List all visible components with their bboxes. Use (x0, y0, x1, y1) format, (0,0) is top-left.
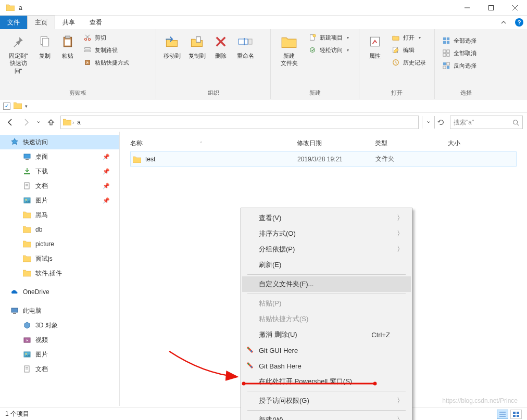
recent-dropdown[interactable] (35, 116, 42, 129)
ribbon-tabs: 文件 主页 共享 查看 ? (0, 16, 527, 29)
back-button[interactable] (4, 116, 17, 129)
pin-quickaccess-button[interactable]: 固定到" 快速访问" (3, 31, 33, 77)
sidebar-onedrive[interactable]: OneDrive (0, 285, 119, 299)
cm-sort[interactable]: 排序方式(O)〉 (242, 226, 411, 241)
up-button[interactable] (45, 116, 57, 129)
forward-button[interactable] (20, 116, 32, 129)
cm-refresh[interactable]: 刷新(E) (242, 257, 411, 273)
easyaccess-button[interactable]: 轻松访问▾ (306, 45, 351, 55)
sidebar-item[interactable]: 文档📌 (0, 179, 119, 193)
sidebar-item[interactable]: 3D 对象 (0, 318, 119, 333)
svg-point-67 (250, 350, 253, 352)
properties-button[interactable]: 属性 (362, 31, 387, 61)
cm-permissions[interactable]: 授予访问权限(G)〉 (242, 393, 411, 409)
cm-group[interactable]: 分组依据(P)〉 (242, 241, 411, 257)
cm-undo[interactable]: 撤消 删除(U)Ctrl+Z (242, 327, 411, 342)
ribbon-toggle[interactable] (496, 16, 511, 29)
tab-view[interactable]: 查看 (82, 16, 109, 29)
svg-rect-21 (248, 39, 252, 44)
address-row: › a 搜索"a" (0, 113, 527, 132)
svg-point-9 (84, 38, 86, 40)
qa-overflow[interactable]: ▾ (25, 104, 28, 109)
sidebar-quickaccess[interactable]: 快速访问 (0, 135, 119, 149)
view-icons[interactable] (510, 410, 522, 419)
pin-icon: 📌 (103, 183, 110, 189)
invert-button[interactable]: 反向选择 (440, 60, 479, 71)
minimize-button[interactable] (455, 0, 479, 16)
sidebar-item[interactable]: 黑马 (0, 208, 119, 222)
tab-share[interactable]: 共享 (55, 16, 82, 29)
copyto-button[interactable]: 复制到 (184, 31, 209, 61)
titlebar: a (0, 0, 527, 16)
cm-gitbash[interactable]: Git Bash Here (242, 358, 411, 374)
open-button[interactable]: 打开▾ (390, 32, 428, 43)
edit-icon (392, 46, 400, 54)
close-button[interactable] (503, 0, 527, 16)
address-bar[interactable]: › a (60, 116, 419, 129)
watermark: https://blog.csdn.net/Prince (442, 397, 518, 404)
delete-button[interactable]: 删除 (209, 31, 232, 61)
sidebar-item[interactable]: 桌面📌 (0, 149, 119, 164)
ribbon: 固定到" 快速访问" 复制 粘贴 剪切 复制路径 粘贴快捷方式 剪贴板 移动到 (0, 29, 527, 99)
sidebar-item[interactable]: 文档 (0, 362, 119, 376)
svg-rect-61 (513, 412, 516, 414)
breadcrumb[interactable]: a (75, 119, 83, 126)
sidebar-item[interactable]: 面试js (0, 251, 119, 266)
copypath-icon (83, 46, 92, 54)
help-button[interactable]: ? (511, 16, 527, 29)
sidebar-item[interactable]: 下载📌 (0, 164, 119, 179)
sidebar-item[interactable]: 软件,插件 (0, 266, 119, 281)
newitem-button[interactable]: 新建项目▾ (306, 32, 351, 43)
newfolder-button[interactable]: 新建 文件夹 (274, 31, 304, 69)
svg-point-23 (313, 34, 316, 37)
qa-checkbox[interactable]: ✓ (3, 103, 10, 110)
file-row[interactable]: test 2019/3/28 19:21 文件夹 (130, 151, 517, 167)
pasteshortcut-button[interactable]: 粘贴快捷方式 (81, 57, 131, 68)
tab-home[interactable]: 主页 (27, 16, 55, 29)
sidebar-thispc[interactable]: 此电脑 (0, 303, 119, 318)
cm-view[interactable]: 查看(V)〉 (242, 210, 411, 226)
svg-rect-62 (517, 412, 519, 414)
selectnone-button[interactable]: 全部取消 (440, 48, 479, 58)
svg-rect-7 (66, 36, 70, 38)
moveto-button[interactable]: 移动到 (159, 31, 184, 61)
history-button[interactable]: 历史记录 (390, 57, 428, 68)
paste-button[interactable]: 粘贴 (56, 31, 79, 61)
group-label-open: 打开 (359, 89, 434, 99)
svg-rect-39 (447, 66, 449, 69)
cut-button[interactable]: 剪切 (81, 32, 131, 43)
cm-new[interactable]: 新建(W)〉 (242, 412, 411, 420)
tab-file[interactable]: 文件 (0, 16, 27, 29)
refresh-button[interactable] (434, 116, 447, 129)
cm-gitgui[interactable]: Git GUI Here (242, 342, 411, 358)
copypath-button[interactable]: 复制路径 (81, 45, 131, 55)
maximize-button[interactable] (479, 0, 503, 16)
search-icon (512, 119, 519, 126)
copy-button[interactable]: 复制 (33, 31, 56, 61)
cm-customize[interactable]: 自定义文件夹(F)... (242, 276, 411, 292)
nav-sidebar: 快速访问 桌面📌下载📌文档📌图片📌黑马dbpicture面试js软件,插件 On… (0, 132, 120, 406)
sidebar-item[interactable]: 图片📌 (0, 193, 119, 208)
rename-button[interactable]: 重命名 (232, 31, 258, 61)
svg-rect-36 (443, 62, 446, 65)
col-size[interactable]: 大小 (448, 139, 490, 148)
cm-powershell[interactable]: 在此处打开 Powershell 窗口(S) (242, 374, 411, 389)
col-date[interactable]: 修改日期 (297, 139, 375, 148)
col-type[interactable]: 类型 (375, 139, 448, 148)
col-name[interactable]: 名称˄ (130, 139, 297, 148)
folder-icon (63, 118, 71, 127)
edit-button[interactable]: 编辑 (390, 45, 428, 55)
search-input[interactable]: 搜索"a" (450, 116, 523, 129)
doc-icon (23, 182, 31, 190)
selectall-button[interactable]: 全部选择 (440, 35, 479, 46)
sidebar-item[interactable]: 视频 (0, 333, 119, 347)
view-details[interactable] (497, 410, 508, 419)
sidebar-item[interactable]: picture (0, 237, 119, 251)
svg-rect-43 (26, 159, 29, 160)
svg-rect-68 (247, 362, 253, 368)
sidebar-item[interactable]: db (0, 222, 119, 237)
column-headers: 名称˄ 修改日期 类型 大小 (130, 136, 517, 151)
svg-point-66 (248, 348, 250, 350)
sidebar-item[interactable]: 图片 (0, 347, 119, 362)
address-dropdown[interactable] (422, 116, 434, 129)
